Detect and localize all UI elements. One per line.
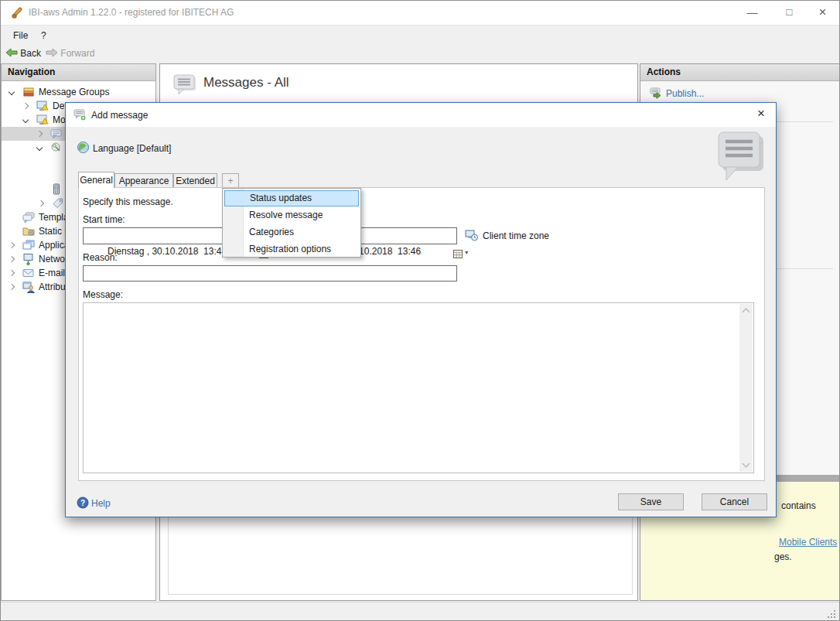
tag-icon — [52, 197, 64, 210]
status-bar — [1, 602, 839, 621]
tree-label: E-mail — [39, 268, 65, 278]
forward-arrow-icon — [46, 46, 58, 59]
menu-item-resolve-message[interactable]: Resolve message — [224, 207, 360, 224]
note-fragment: contains — [781, 500, 816, 511]
dialog-title: Add message — [91, 110, 148, 121]
scroll-up-icon[interactable] — [743, 309, 750, 316]
help-icon: ? — [77, 496, 89, 509]
language-label: Language [Default] — [93, 143, 171, 154]
menu-item-status-updates[interactable]: Status updates — [224, 190, 359, 206]
key-icon — [50, 142, 63, 154]
network-icon — [22, 253, 35, 265]
cancel-button[interactable]: Cancel — [702, 493, 767, 510]
forward-button[interactable]: Forward — [46, 46, 94, 60]
publish-icon — [650, 87, 662, 99]
app-icon — [11, 6, 24, 19]
chevron-down-icon[interactable] — [36, 145, 43, 151]
tab-general[interactable]: General — [78, 172, 114, 188]
attributes-icon — [22, 281, 35, 293]
globe-icon — [77, 141, 90, 154]
add-message-dialog: Add message × Language [Default] General… — [65, 102, 777, 517]
chevron-right-icon[interactable] — [9, 284, 15, 290]
window-title: IBI-aws Admin 1.22.0 - registered for IB… — [29, 7, 234, 18]
chevron-down-icon[interactable] — [9, 89, 15, 95]
help-link[interactable]: Help — [91, 498, 111, 509]
applications-icon — [22, 239, 35, 251]
menu-item-categories[interactable]: Categories — [224, 224, 360, 241]
client-time-zone-icon — [465, 228, 479, 242]
start-time-label: Start time: — [83, 214, 125, 225]
templates-icon — [22, 211, 35, 223]
menu-help[interactable]: ? — [36, 29, 51, 43]
reason-label: Reason: — [83, 252, 118, 263]
static-messages-icon — [22, 225, 35, 237]
tab-appearance[interactable]: Appearance — [114, 173, 173, 187]
message-textarea[interactable] — [83, 302, 754, 473]
mobile-clients-link[interactable]: Mobile Clients — [779, 537, 837, 548]
dialog-close-icon[interactable]: × — [746, 103, 776, 126]
reason-input[interactable] — [83, 265, 457, 281]
dialog-title-bar: Add message × — [66, 103, 776, 127]
scroll-down-icon[interactable] — [743, 460, 750, 468]
back-button[interactable]: Back — [5, 46, 41, 60]
calendar-dropdown-icon[interactable]: ▼ — [432, 230, 454, 242]
tree-label: Mo — [53, 114, 66, 125]
actions-header: Actions — [640, 64, 839, 81]
menu-item-registration-options[interactable]: Registration options — [224, 241, 360, 258]
phone-icon — [50, 183, 63, 196]
start-time-value: Dienstag , 30.10.2018 13:46 — [108, 246, 227, 257]
resize-grip-icon[interactable] — [826, 609, 836, 619]
menu-file[interactable]: File — [9, 29, 32, 43]
message-watermark-icon — [715, 131, 767, 188]
chevron-right-icon[interactable] — [9, 256, 15, 262]
chevron-right-icon[interactable] — [9, 270, 15, 276]
message-icon — [50, 128, 63, 140]
monitor-warning-icon — [36, 100, 49, 112]
save-button[interactable]: Save — [618, 493, 684, 510]
back-label: Back — [20, 48, 41, 59]
publish-action[interactable]: Publish... — [666, 88, 704, 99]
chevron-right-icon[interactable] — [9, 242, 15, 248]
tool-bar: Back Forward — [1, 45, 839, 63]
forward-label: Forward — [60, 48, 94, 59]
add-tab-context-menu: Status updates Resolve message Categorie… — [222, 188, 361, 258]
add-tab-button[interactable]: + — [222, 173, 239, 187]
tree-label: Attribu — [39, 281, 66, 292]
maximize-button[interactable]: □ — [772, 1, 807, 24]
messages-header-icon — [172, 73, 197, 98]
message-label: Message: — [83, 289, 123, 300]
client-time-zone-label: Client time zone — [483, 230, 549, 241]
navigation-header: Navigation — [2, 64, 155, 81]
close-button[interactable]: × — [805, 1, 840, 24]
menu-bar: File ? — [1, 26, 839, 45]
minimize-button[interactable]: — — [735, 1, 770, 24]
chevron-down-icon[interactable] — [22, 117, 29, 123]
add-message-icon — [73, 108, 87, 121]
instruction-text: Specify this message. — [83, 196, 173, 207]
chevron-right-icon[interactable] — [36, 131, 43, 137]
chevron-right-icon[interactable] — [22, 103, 29, 109]
chevron-right-icon[interactable] — [38, 200, 44, 206]
page-title: Messages - All — [203, 75, 289, 90]
monitor-warning-icon — [36, 114, 49, 126]
tab-extended[interactable]: Extended — [173, 173, 217, 187]
tree-label: Message Groups — [39, 87, 109, 97]
tree-label: Templa — [39, 212, 69, 223]
note-fragment: ges. — [774, 551, 792, 562]
message-groups-icon — [22, 86, 35, 98]
sidebar-item-message-groups[interactable]: Message Groups — [2, 85, 155, 99]
back-arrow-icon — [5, 46, 18, 59]
svg-text:?: ? — [80, 499, 85, 507]
app-window: IBI-aws Admin 1.22.0 - registered for IB… — [0, 0, 840, 621]
title-bar: IBI-aws Admin 1.22.0 - registered for IB… — [1, 1, 839, 26]
scrollbar[interactable] — [739, 304, 753, 472]
tree-label: Netwo — [39, 254, 65, 264]
email-icon — [22, 267, 35, 279]
